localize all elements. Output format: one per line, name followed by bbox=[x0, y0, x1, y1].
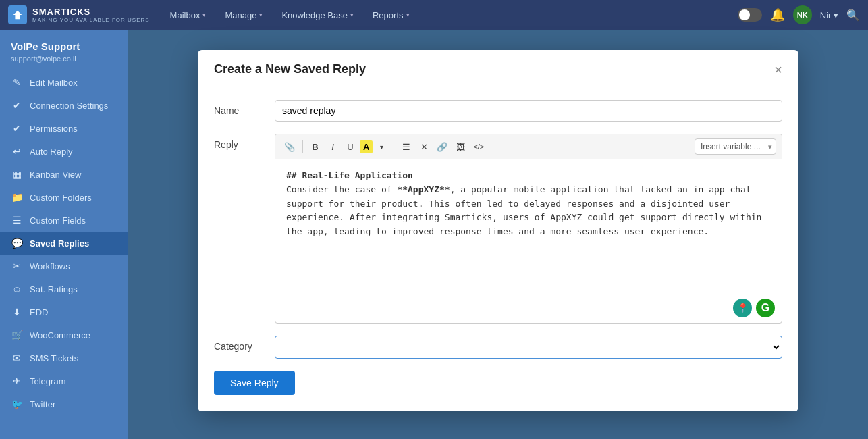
sidebar-item-edit-mailbox[interactable]: ✎ Edit Mailbox bbox=[0, 71, 128, 94]
notification-bell-icon[interactable]: 🔔 bbox=[770, 7, 785, 22]
twitter-icon: 🐦 bbox=[11, 398, 23, 409]
highlight-button[interactable]: A bbox=[360, 140, 373, 153]
link-button[interactable]: 🔗 bbox=[433, 140, 451, 154]
sidebar-item-sms-tickets[interactable]: ✉ SMS Tickets bbox=[0, 346, 128, 369]
modal-create-saved-reply: Create a New Saved Reply × Name Reply bbox=[198, 50, 798, 411]
name-input[interactable] bbox=[275, 100, 782, 122]
toolbar-sep-1 bbox=[302, 140, 303, 153]
category-select[interactable] bbox=[275, 336, 782, 359]
pin-icon-button[interactable]: 📍 bbox=[733, 299, 752, 317]
underline-button[interactable]: U bbox=[342, 140, 358, 154]
nav-reports[interactable]: Reports ▾ bbox=[363, 0, 419, 30]
logo[interactable]: SMARTICKS MAKING YOU AVAILABLE FOR USERS bbox=[8, 5, 150, 24]
nav-manage[interactable]: Manage ▾ bbox=[215, 0, 272, 30]
logo-icon bbox=[8, 5, 27, 24]
bold-button[interactable]: B bbox=[307, 140, 323, 154]
workflows-icon: ✂ bbox=[11, 261, 23, 272]
nav-mailbox[interactable]: Mailbox ▾ bbox=[161, 0, 216, 30]
reply-row: Reply 📎 B I U A ▾ bbox=[214, 134, 782, 324]
sidebar-item-connection-settings[interactable]: ✔ Connection Settings bbox=[0, 94, 128, 117]
sidebar-item-kanban-view[interactable]: ▦ Kanban View bbox=[0, 163, 128, 186]
sidebar-item-sat-ratings[interactable]: ☺ Sat. Ratings bbox=[0, 278, 128, 301]
sidebar-item-auto-reply[interactable]: ↩ Auto Reply bbox=[0, 140, 128, 163]
modal-header: Create a New Saved Reply × bbox=[198, 50, 798, 86]
sidebar-item-saved-replies[interactable]: 💬 Saved Replies bbox=[0, 232, 128, 255]
edit-mailbox-icon: ✎ bbox=[11, 77, 23, 88]
category-label: Category bbox=[214, 336, 261, 352]
insert-variable-wrapper: Insert variable ... bbox=[695, 138, 776, 155]
sidebar-item-custom-fields[interactable]: ☰ Custom Fields bbox=[0, 209, 128, 232]
kanban-view-icon: ▦ bbox=[11, 169, 23, 180]
name-row: Name bbox=[214, 100, 782, 122]
strikethrough-button[interactable]: ✕ bbox=[416, 140, 432, 154]
sidebar-item-twitter[interactable]: 🐦 Twitter bbox=[0, 392, 128, 415]
modal-body: Name Reply 📎 B I bbox=[198, 86, 798, 411]
topnav: SMARTICKS MAKING YOU AVAILABLE FOR USERS… bbox=[0, 0, 868, 30]
woocommerce-icon: 🛒 bbox=[11, 330, 23, 340]
edd-icon: ⬇ bbox=[11, 307, 23, 317]
sidebar-item-workflows[interactable]: ✂ Workflows bbox=[0, 255, 128, 278]
sidebar-item-edd[interactable]: ⬇ EDD bbox=[0, 301, 128, 324]
italic-button[interactable]: I bbox=[325, 140, 341, 154]
sidebar-item-permissions[interactable]: ✔ Permissions bbox=[0, 117, 128, 140]
attachment-button[interactable]: 📎 bbox=[281, 140, 298, 154]
content-area: Create a New Saved Reply × Name Reply bbox=[128, 30, 868, 439]
main-layout: VoIPe Support support@voipe.co.il ✎ Edit… bbox=[0, 30, 868, 439]
code-button[interactable]: </> bbox=[470, 140, 487, 153]
list-button[interactable]: ☰ bbox=[398, 140, 414, 154]
modal-close-button[interactable]: × bbox=[774, 63, 782, 76]
sms-tickets-icon: ✉ bbox=[11, 353, 23, 363]
save-reply-button[interactable]: Save Reply bbox=[214, 371, 295, 395]
sidebar: VoIPe Support support@voipe.co.il ✎ Edit… bbox=[0, 30, 128, 439]
topnav-right: 🔔 NK Nir ▾ 🔍 bbox=[738, 5, 860, 24]
telegram-icon: ✈ bbox=[11, 376, 23, 386]
permissions-icon: ✔ bbox=[11, 123, 23, 134]
editor-text: ## Real-Life Application Consider the ca… bbox=[286, 169, 771, 239]
editor-container: 📎 B I U A ▾ ☰ ✕ bbox=[275, 134, 782, 324]
highlight-group: A ▾ bbox=[360, 140, 389, 153]
modal-title: Create a New Saved Reply bbox=[214, 62, 366, 76]
auto-reply-icon: ↩ bbox=[11, 146, 23, 157]
connection-settings-icon: ✔ bbox=[11, 100, 23, 111]
toggle-switch[interactable] bbox=[738, 8, 762, 22]
toolbar-sep-2 bbox=[394, 140, 394, 153]
sat-ratings-icon: ☺ bbox=[11, 284, 23, 294]
name-label: Name bbox=[214, 100, 261, 116]
reply-label: Reply bbox=[214, 134, 261, 150]
image-button[interactable]: 🖼 bbox=[452, 140, 468, 154]
insert-variable-select[interactable]: Insert variable ... bbox=[695, 138, 776, 155]
custom-folders-icon: 📁 bbox=[11, 192, 23, 203]
highlight-dropdown[interactable]: ▾ bbox=[373, 142, 389, 152]
custom-fields-icon: ☰ bbox=[11, 215, 23, 226]
search-icon[interactable]: 🔍 bbox=[846, 9, 860, 22]
sidebar-item-custom-folders[interactable]: 📁 Custom Folders bbox=[0, 186, 128, 209]
sidebar-item-woocommerce[interactable]: 🛒 WooCommerce bbox=[0, 324, 128, 346]
grammar-check-button[interactable]: G bbox=[756, 299, 775, 317]
editor-content[interactable]: ## Real-Life Application Consider the ca… bbox=[275, 159, 782, 294]
sidebar-subtitle: support@voipe.co.il bbox=[0, 55, 128, 71]
editor-bottom-icons: 📍 G bbox=[275, 294, 782, 323]
avatar: NK bbox=[793, 5, 812, 24]
sidebar-item-telegram[interactable]: ✈ Telegram bbox=[0, 369, 128, 392]
editor-toolbar: 📎 B I U A ▾ ☰ ✕ bbox=[275, 134, 782, 159]
sidebar-section-title: VoIPe Support bbox=[0, 30, 128, 55]
logo-text: SMARTICKS MAKING YOU AVAILABLE FOR USERS bbox=[32, 7, 150, 23]
username[interactable]: Nir ▾ bbox=[820, 10, 838, 20]
nav-knowledge-base[interactable]: Knowledge Base ▾ bbox=[272, 0, 363, 30]
category-row: Category bbox=[214, 336, 782, 359]
modal-overlay: Create a New Saved Reply × Name Reply bbox=[128, 30, 868, 439]
saved-replies-icon: 💬 bbox=[11, 238, 23, 249]
